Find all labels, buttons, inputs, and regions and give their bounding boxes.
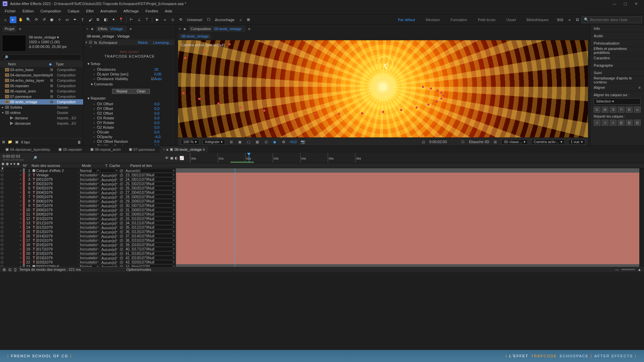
track-matte-dropdown[interactable]: Aucun(e)	[100, 217, 115, 221]
close-button[interactable]: ✕	[631, 0, 641, 7]
camera-dropdown[interactable]: Caméra activ… ▾	[531, 139, 565, 145]
home-button[interactable]: ⌂	[2, 16, 9, 23]
reset-link[interactable]: Réinit.	[137, 41, 150, 45]
licensing-link[interactable]: Licensing…	[152, 41, 174, 45]
menu-affichage[interactable]: Affichage	[120, 8, 142, 14]
text-tool[interactable]: T	[79, 16, 86, 23]
visibility-toggle[interactable]	[1, 208, 3, 211]
motion-blur-icon[interactable]: ◐	[175, 156, 178, 160]
layer-row[interactable]: ▸10T[008]1079Incrustatio▾Aucun(e)▾@31. […	[0, 207, 644, 212]
project-item[interactable]: 03-echo_baseComposition	[0, 67, 83, 72]
track-matte-dropdown[interactable]: Aucun(e)	[100, 264, 115, 267]
visibility-toggle[interactable]	[1, 178, 3, 181]
layer-handle[interactable]	[436, 101, 438, 103]
time-ruler[interactable]: 00s01s02s03s04s05s06s	[190, 153, 644, 163]
timeline-layer-list[interactable]: ▸1Calque d'effets 2Normal▾▾@Aucun(e)▾▸2T…	[0, 168, 644, 267]
layer-row[interactable]: ▸5T[003]1079Incrustatio▾Aucun(e)▾@26. [0…	[0, 186, 644, 190]
visibility-toggle[interactable]	[1, 222, 3, 224]
help-search-input[interactable]: 🔍 Rechercher dans l'aide	[582, 16, 642, 23]
layer-duration-bar[interactable]	[176, 186, 639, 190]
track-matte-dropdown[interactable]: Aucun(e)	[100, 186, 115, 190]
menu-animation[interactable]: Animation	[97, 8, 120, 14]
blend-mode-dropdown[interactable]: Incrustatio	[78, 260, 97, 264]
blend-mode-dropdown[interactable]: Incrustatio	[78, 190, 97, 194]
pickwhip-icon[interactable]: @	[119, 238, 124, 242]
layer-row[interactable]: ▸11T[009]1079Incrustatio▾Aucun(e)▾@32. […	[0, 212, 644, 216]
layer-handle[interactable]	[217, 103, 219, 105]
layer-duration-bar[interactable]	[176, 242, 639, 247]
shy-icon[interactable]: 👁	[165, 156, 169, 160]
visibility-toggle[interactable]	[1, 169, 3, 172]
anchor-point-icon[interactable]	[380, 84, 386, 90]
orbit-tool[interactable]: ⟳	[33, 16, 40, 23]
track-matte-dropdown[interactable]	[100, 169, 115, 173]
track-matte-dropdown[interactable]: Aucun(e)	[100, 182, 115, 186]
menu-édition[interactable]: Édition	[19, 8, 37, 14]
track-matte-dropdown[interactable]: Aucun(e)	[100, 230, 115, 234]
track-matte-dropdown[interactable]: Aucun(e)	[100, 208, 115, 212]
workspace-par-défaut[interactable]: Par défaut	[392, 18, 420, 22]
blend-mode-dropdown[interactable]: Incrustatio	[78, 217, 97, 221]
blend-mode-dropdown[interactable]: Incrustatio	[78, 173, 97, 177]
timeline-search-icon[interactable]: 🔎	[31, 153, 39, 163]
layer-row[interactable]: ▸18T[016]1079Incrustatio▾Aucun(e)▾@39. […	[0, 242, 644, 247]
project-item[interactable]: ▸SolidesDossier	[0, 105, 83, 110]
tab-composition[interactable]: Composition 08-texte_vintage	[189, 26, 246, 32]
layer-duration-bar[interactable]	[176, 212, 639, 216]
layer-duration-bar[interactable]	[176, 225, 639, 229]
group-setup[interactable]: ▾ Setup	[88, 61, 174, 67]
view-axis-button[interactable]: ⊤	[144, 16, 150, 23]
brush-tool[interactable]: 🖌	[87, 16, 94, 23]
layer-handle[interactable]	[314, 113, 316, 115]
visibility-toggle[interactable]	[1, 235, 3, 237]
menu-composition[interactable]: Composition	[37, 8, 64, 14]
puppet-tool[interactable]: 📍	[118, 16, 124, 23]
pickwhip-icon[interactable]: @	[119, 173, 124, 177]
prop-y-offset-random[interactable]: ▸Ö Y Offset Random0,0	[88, 144, 174, 145]
project-item-list[interactable]: 03-echo_baseComposition04-danseuse_layer…	[0, 67, 83, 138]
layer-handle[interactable]	[382, 111, 384, 113]
parent-dropdown[interactable]: 31. [008]1079Null	[124, 208, 173, 212]
align-right-button[interactable]: ⊐	[610, 107, 616, 113]
dist-right-button[interactable]: |||	[634, 120, 641, 126]
graph-editor-icon[interactable]: 📈	[179, 156, 184, 160]
preview-time[interactable]: 0:00:02:03	[429, 140, 447, 144]
layer-row[interactable]: ▸2TVintageIncrustatio▾Aucun(e)▾@23. [001…	[0, 173, 644, 177]
layer-handle[interactable]	[430, 87, 432, 89]
parent-dropdown[interactable]: 43. [020]1079Null	[124, 260, 173, 264]
pickwhip-icon[interactable]: @	[119, 217, 124, 221]
track-matte-dropdown[interactable]: Aucun(e)	[100, 243, 115, 247]
layer-row[interactable]: ▸15T[013]1079Incrustatio▾Aucun(e)▾@36. […	[0, 229, 644, 234]
blend-mode-dropdown[interactable]: Incrustatio	[78, 243, 97, 247]
pickwhip-icon[interactable]: @	[119, 182, 124, 186]
layer-handle[interactable]	[184, 57, 186, 59]
align-hcenter-button[interactable]: ⊟	[602, 107, 608, 113]
parent-dropdown[interactable]: 29. [006]1079Null	[124, 199, 173, 203]
blend-mode-dropdown[interactable]: Incrustatio	[78, 221, 97, 225]
exposure-reset-icon[interactable]: ✿	[281, 140, 286, 144]
guides-icon[interactable]: ⊡	[263, 140, 269, 144]
prop-scale[interactable]: ▸Ö Scale0,0	[88, 130, 174, 134]
layer-duration-bar[interactable]	[176, 203, 639, 207]
layer-row[interactable]: ▸23[000]1079NullNormal▾Aucun(e)▾@44. Mai…	[0, 264, 644, 267]
parent-dropdown[interactable]: Aucun(e)	[124, 169, 173, 173]
pickwhip-icon[interactable]: @	[119, 177, 124, 181]
blend-mode-dropdown[interactable]: Incrustatio	[78, 212, 97, 216]
layer-handle[interactable]	[436, 89, 438, 92]
project-item[interactable]: ▾vidéosDossier	[0, 110, 83, 115]
layer-row[interactable]: ▸16T[014]1079Incrustatio▾Aucun(e)▾@37. […	[0, 234, 644, 238]
group-commands[interactable]: ▾ Commands	[88, 81, 174, 87]
layer-handle[interactable]	[440, 92, 442, 94]
zoom-tool[interactable]: 🔍	[25, 16, 32, 23]
layer-duration-bar[interactable]	[176, 229, 639, 234]
layer-row[interactable]: ▸6T[004]1079Incrustatio▾Aucun(e)▾@27. [0…	[0, 190, 644, 194]
snap-opt1-icon[interactable]: ⟐	[237, 16, 244, 23]
track-matte-dropdown[interactable]: Aucun(e)	[100, 199, 115, 203]
layer-handle[interactable]	[427, 104, 429, 106]
project-item[interactable]: 04-echo_delay_layerComposition	[0, 78, 83, 83]
parent-dropdown[interactable]: 35. [012]1079Null	[124, 225, 173, 229]
menu-aide[interactable]: Aide	[162, 8, 176, 14]
view-layout-dropdown[interactable]: 1 vue ▾	[568, 139, 585, 145]
prop-instance-visibility[interactable]: ▸Ö Instance Visibility☑ Auto	[88, 76, 174, 81]
dist-bottom-button[interactable]: ≡	[610, 120, 616, 126]
